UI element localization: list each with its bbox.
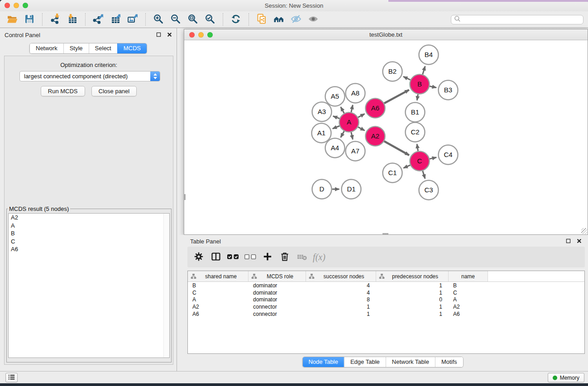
cell-name[interactable]: A6 <box>449 311 488 317</box>
graph-edge-A-A2[interactable] <box>358 127 365 131</box>
graph-node-C1[interactable]: C1 <box>383 163 402 183</box>
graph-node-C4[interactable]: C4 <box>439 145 458 165</box>
result-list-item[interactable]: A2 <box>9 214 169 222</box>
graph-node-C2[interactable]: C2 <box>406 123 425 142</box>
graph-node-A7[interactable]: A7 <box>346 142 365 161</box>
graph-node-B2[interactable]: B2 <box>383 62 402 81</box>
table-row[interactable]: A2connector11A2 <box>188 303 584 310</box>
table-row[interactable]: A6connector11A6 <box>188 310 584 318</box>
graph-edge-A-A5[interactable] <box>341 107 344 113</box>
close-panel-icon[interactable] <box>166 31 173 38</box>
graph-node-A2[interactable]: A2 <box>366 127 385 146</box>
refresh-view-button[interactable] <box>228 13 244 26</box>
graph-edge-A-A7[interactable] <box>351 132 353 139</box>
graph-node-B4[interactable]: B4 <box>419 45 439 65</box>
graph-node-D1[interactable]: D1 <box>342 180 361 199</box>
column-header-shared-name[interactable]: shared name <box>188 271 249 281</box>
home-button[interactable] <box>271 13 287 26</box>
tab-edge-table[interactable]: Edge Table <box>344 357 386 367</box>
network-canvas[interactable]: B4B2BB3A8A5A6A3B1AC2A1A2A4A7C4CC1DD1C3 <box>184 40 588 234</box>
column-layout-button[interactable] <box>209 250 223 264</box>
graph-node-D[interactable]: D <box>312 180 332 199</box>
tab-motifs[interactable]: Motifs <box>435 357 463 367</box>
task-history-button[interactable] <box>5 373 18 382</box>
cell-shared-name[interactable]: A6 <box>188 311 249 317</box>
minimize-window-button[interactable] <box>14 3 19 8</box>
graph-edge-C-C2[interactable] <box>417 144 418 151</box>
column-header-predecessor-nodes[interactable]: predecessor nodes <box>376 271 449 281</box>
search-field[interactable] <box>451 15 583 24</box>
select-all-rows-button[interactable] <box>226 250 240 264</box>
graph-node-A4[interactable]: A4 <box>325 138 345 158</box>
export-table-button[interactable] <box>108 13 123 26</box>
graph-edge-A6-B[interactable] <box>384 90 409 104</box>
graph-node-B[interactable]: B <box>410 75 430 94</box>
table-row[interactable]: Bdominator41B <box>188 282 584 289</box>
graph-edge-B-B2[interactable] <box>403 76 411 80</box>
graph-node-B3[interactable]: B3 <box>439 81 458 100</box>
deselect-all-rows-button[interactable] <box>244 250 257 264</box>
result-list-item[interactable]: A6 <box>9 245 169 253</box>
network-zoom-button[interactable] <box>207 32 213 38</box>
graph-edge-A-A6[interactable] <box>358 114 365 117</box>
graph-edge-A-A4[interactable] <box>341 131 344 138</box>
close-window-button[interactable] <box>5 3 10 8</box>
float-table-panel-icon[interactable] <box>565 238 572 244</box>
zoom-selected-button[interactable] <box>202 13 218 26</box>
graph-edge-B-B1[interactable] <box>417 94 418 100</box>
network-close-button[interactable] <box>189 32 195 38</box>
graph-node-A3[interactable]: A3 <box>312 102 332 122</box>
save-session-button[interactable] <box>22 13 37 26</box>
result-list-item[interactable]: A <box>9 222 169 230</box>
graph-edge-C-C4[interactable] <box>430 157 436 159</box>
graph-edge-A-A3[interactable] <box>333 116 339 118</box>
cell-name[interactable]: B <box>449 282 488 289</box>
zoom-window-button[interactable] <box>23 3 28 8</box>
tab-mcds[interactable]: MCDS <box>117 43 147 53</box>
cell-MCDS-role[interactable]: dominator <box>249 290 306 296</box>
cell-predecessor-nodes[interactable]: 1 <box>376 282 449 289</box>
tab-network[interactable]: Network <box>30 43 63 53</box>
run-mcds-button[interactable]: Run MCDS <box>41 86 85 96</box>
cell-MCDS-role[interactable]: dominator <box>249 282 306 289</box>
cell-name[interactable]: A2 <box>449 304 488 310</box>
tab-network-table[interactable]: Network Table <box>386 357 435 367</box>
result-list-item[interactable]: C <box>9 238 169 246</box>
cell-name[interactable]: A <box>449 296 488 303</box>
cell-MCDS-role[interactable]: connector <box>249 304 306 310</box>
zoom-out-button[interactable] <box>168 13 183 26</box>
graph-node-A6[interactable]: A6 <box>366 99 385 118</box>
cell-shared-name[interactable]: C <box>188 290 249 296</box>
cell-successor-nodes[interactable]: 8 <box>306 296 376 303</box>
cell-successor-nodes[interactable]: 4 <box>306 282 376 289</box>
resize-grip[interactable] <box>581 228 587 234</box>
table-row[interactable]: Cdominator41C <box>188 289 584 296</box>
graph-node-A[interactable]: A <box>339 113 359 132</box>
cell-predecessor-nodes[interactable]: 1 <box>376 311 449 317</box>
tab-style[interactable]: Style <box>63 43 89 53</box>
open-file-button[interactable] <box>5 13 20 26</box>
cell-successor-nodes[interactable]: 4 <box>306 290 376 296</box>
column-header-MCDS-role[interactable]: MCDS role <box>249 271 306 281</box>
export-network-button[interactable] <box>91 13 106 26</box>
cell-predecessor-nodes[interactable]: 0 <box>376 296 449 303</box>
float-panel-icon[interactable] <box>155 31 162 38</box>
tab-select[interactable]: Select <box>89 43 117 53</box>
graph-node-C[interactable]: C <box>410 152 430 171</box>
close-panel-button[interactable]: Close panel <box>91 86 137 96</box>
tab-node-table[interactable]: Node Table <box>302 357 344 367</box>
memory-button[interactable]: Memory <box>548 373 584 382</box>
graph-edge-B-B4[interactable] <box>423 66 425 74</box>
graph-node-B1[interactable]: B1 <box>406 103 425 122</box>
graph-node-A1[interactable]: A1 <box>312 124 331 143</box>
duplicate-network-button[interactable] <box>254 13 269 26</box>
table-row[interactable]: Adominator80A <box>188 296 584 304</box>
graph-node-A8[interactable]: A8 <box>346 84 365 103</box>
cell-predecessor-nodes[interactable]: 1 <box>376 290 449 296</box>
search-input[interactable] <box>463 16 583 24</box>
cell-shared-name[interactable]: B <box>188 282 249 289</box>
network-minimize-button[interactable] <box>198 32 204 38</box>
cell-successor-nodes[interactable]: 1 <box>306 304 376 310</box>
optimization-criterion-dropdown[interactable]: largest connected component (directed) <box>19 71 160 81</box>
column-header-name[interactable]: name <box>449 271 488 281</box>
